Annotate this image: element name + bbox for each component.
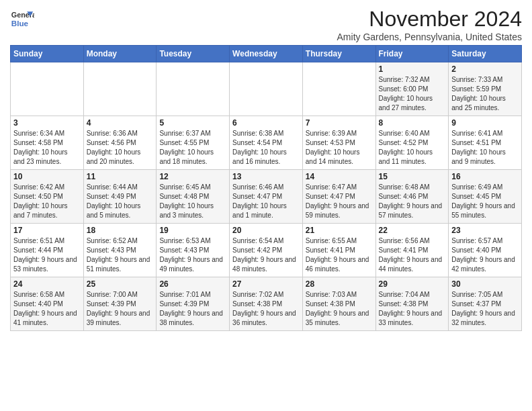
day-number: 28 [306,279,373,289]
calendar-cell: 26Sunrise: 7:01 AM Sunset: 4:39 PM Dayli… [157,277,230,331]
day-info: Sunrise: 7:32 AM Sunset: 6:00 PM Dayligh… [379,75,446,113]
day-number: 17 [13,226,81,235]
calendar-week-4: 17Sunrise: 6:51 AM Sunset: 4:44 PM Dayli… [11,224,522,277]
calendar-cell: 23Sunrise: 6:57 AM Sunset: 4:40 PM Dayli… [449,224,522,277]
calendar-week-2: 3Sunrise: 6:34 AM Sunset: 4:58 PM Daylig… [11,116,522,170]
calendar-cell: 16Sunrise: 6:49 AM Sunset: 4:45 PM Dayli… [449,170,522,224]
calendar-cell: 4Sunrise: 6:36 AM Sunset: 4:56 PM Daylig… [83,116,157,170]
day-info: Sunrise: 6:39 AM Sunset: 4:53 PM Dayligh… [306,129,373,167]
calendar-cell: 15Sunrise: 6:48 AM Sunset: 4:46 PM Dayli… [375,170,449,224]
calendar-cell: 13Sunrise: 6:46 AM Sunset: 4:47 PM Dayli… [230,170,303,224]
weekday-header-thursday: Thursday [302,46,375,62]
weekday-header-sunday: Sunday [11,46,84,62]
day-number: 27 [232,279,300,289]
day-info: Sunrise: 6:44 AM Sunset: 4:49 PM Dayligh… [87,183,154,220]
calendar-cell: 12Sunrise: 6:45 AM Sunset: 4:48 PM Dayli… [157,170,230,224]
title-block: November 2024 Amity Gardens, Pennsylvani… [337,7,522,42]
calendar-cell: 24Sunrise: 6:58 AM Sunset: 4:40 PM Dayli… [11,277,84,331]
day-number: 4 [87,118,154,128]
calendar-cell: 30Sunrise: 7:05 AM Sunset: 4:37 PM Dayli… [449,277,522,331]
day-number: 18 [87,226,154,235]
calendar-cell: 21Sunrise: 6:55 AM Sunset: 4:41 PM Dayli… [302,224,375,277]
day-info: Sunrise: 6:47 AM Sunset: 4:47 PM Dayligh… [306,183,373,220]
calendar-week-1: 1Sunrise: 7:32 AM Sunset: 6:00 PM Daylig… [11,62,522,116]
calendar-cell: 29Sunrise: 7:04 AM Sunset: 4:38 PM Dayli… [375,277,449,331]
calendar-cell [83,62,157,116]
calendar-cell [230,62,303,116]
calendar-table: SundayMondayTuesdayWednesdayThursdayFrid… [10,45,522,331]
day-info: Sunrise: 6:58 AM Sunset: 4:40 PM Dayligh… [13,290,81,328]
calendar-cell: 11Sunrise: 6:44 AM Sunset: 4:49 PM Dayli… [83,170,157,224]
calendar-cell: 20Sunrise: 6:54 AM Sunset: 4:42 PM Dayli… [230,224,303,277]
calendar-cell: 10Sunrise: 6:42 AM Sunset: 4:50 PM Dayli… [11,170,84,224]
calendar-cell: 5Sunrise: 6:37 AM Sunset: 4:55 PM Daylig… [157,116,230,170]
page-header: General Blue November 2024 Amity Gardens… [10,7,522,42]
weekday-header-saturday: Saturday [449,46,522,62]
day-info: Sunrise: 6:53 AM Sunset: 4:43 PM Dayligh… [159,236,226,274]
calendar-cell: 9Sunrise: 6:41 AM Sunset: 4:51 PM Daylig… [449,116,522,170]
day-info: Sunrise: 6:54 AM Sunset: 4:42 PM Dayligh… [232,236,300,274]
location: Amity Gardens, Pennsylvania, United Stat… [337,32,522,42]
calendar-week-5: 24Sunrise: 6:58 AM Sunset: 4:40 PM Dayli… [11,277,522,331]
day-info: Sunrise: 6:48 AM Sunset: 4:46 PM Dayligh… [379,183,446,220]
day-info: Sunrise: 6:51 AM Sunset: 4:44 PM Dayligh… [13,236,81,274]
day-number: 13 [232,172,300,181]
calendar-cell: 8Sunrise: 6:40 AM Sunset: 4:52 PM Daylig… [375,116,449,170]
day-number: 22 [379,226,446,235]
calendar-week-3: 10Sunrise: 6:42 AM Sunset: 4:50 PM Dayli… [11,170,522,224]
day-info: Sunrise: 6:42 AM Sunset: 4:50 PM Dayligh… [13,183,81,220]
calendar-cell: 1Sunrise: 7:32 AM Sunset: 6:00 PM Daylig… [375,62,449,116]
day-number: 2 [451,64,519,74]
weekday-header-row: SundayMondayTuesdayWednesdayThursdayFrid… [11,46,522,62]
day-number: 21 [306,226,373,235]
svg-text:Blue: Blue [11,19,29,28]
day-info: Sunrise: 6:46 AM Sunset: 4:47 PM Dayligh… [232,183,300,220]
day-number: 10 [13,172,81,181]
calendar-cell: 27Sunrise: 7:02 AM Sunset: 4:38 PM Dayli… [230,277,303,331]
day-info: Sunrise: 6:36 AM Sunset: 4:56 PM Dayligh… [87,129,154,167]
day-info: Sunrise: 6:37 AM Sunset: 4:55 PM Dayligh… [159,129,226,167]
calendar-cell: 7Sunrise: 6:39 AM Sunset: 4:53 PM Daylig… [302,116,375,170]
day-number: 3 [13,118,81,128]
month-title: November 2024 [337,7,522,32]
logo-icon: General Blue [10,7,34,31]
day-number: 16 [451,172,519,181]
calendar-cell: 22Sunrise: 6:56 AM Sunset: 4:41 PM Dayli… [375,224,449,277]
day-info: Sunrise: 7:33 AM Sunset: 5:59 PM Dayligh… [451,75,519,113]
day-number: 19 [159,226,226,235]
day-number: 9 [451,118,519,128]
day-info: Sunrise: 6:49 AM Sunset: 4:45 PM Dayligh… [451,183,519,220]
calendar-cell: 25Sunrise: 7:00 AM Sunset: 4:39 PM Dayli… [83,277,157,331]
weekday-header-monday: Monday [83,46,157,62]
day-info: Sunrise: 7:01 AM Sunset: 4:39 PM Dayligh… [159,290,226,328]
day-number: 20 [232,226,300,235]
logo: General Blue [10,7,34,31]
calendar-cell [302,62,375,116]
day-number: 1 [379,64,446,74]
day-number: 29 [379,279,446,289]
day-info: Sunrise: 7:05 AM Sunset: 4:37 PM Dayligh… [451,290,519,328]
day-info: Sunrise: 7:00 AM Sunset: 4:39 PM Dayligh… [87,290,154,328]
day-number: 25 [87,279,154,289]
day-number: 26 [159,279,226,289]
day-number: 14 [306,172,373,181]
day-info: Sunrise: 6:57 AM Sunset: 4:40 PM Dayligh… [451,236,519,274]
day-number: 23 [451,226,519,235]
weekday-header-wednesday: Wednesday [230,46,303,62]
weekday-header-tuesday: Tuesday [157,46,230,62]
day-info: Sunrise: 7:02 AM Sunset: 4:38 PM Dayligh… [232,290,300,328]
day-number: 5 [159,118,226,128]
day-info: Sunrise: 6:41 AM Sunset: 4:51 PM Dayligh… [451,129,519,167]
calendar-cell: 28Sunrise: 7:03 AM Sunset: 4:38 PM Dayli… [302,277,375,331]
day-number: 30 [451,279,519,289]
day-info: Sunrise: 6:40 AM Sunset: 4:52 PM Dayligh… [379,129,446,167]
calendar-cell: 14Sunrise: 6:47 AM Sunset: 4:47 PM Dayli… [302,170,375,224]
calendar-cell: 3Sunrise: 6:34 AM Sunset: 4:58 PM Daylig… [11,116,84,170]
day-number: 7 [306,118,373,128]
calendar-cell: 6Sunrise: 6:38 AM Sunset: 4:54 PM Daylig… [230,116,303,170]
day-info: Sunrise: 7:04 AM Sunset: 4:38 PM Dayligh… [379,290,446,328]
calendar-cell: 17Sunrise: 6:51 AM Sunset: 4:44 PM Dayli… [11,224,84,277]
day-info: Sunrise: 6:52 AM Sunset: 4:43 PM Dayligh… [87,236,154,274]
calendar-cell: 18Sunrise: 6:52 AM Sunset: 4:43 PM Dayli… [83,224,157,277]
calendar-cell [11,62,84,116]
